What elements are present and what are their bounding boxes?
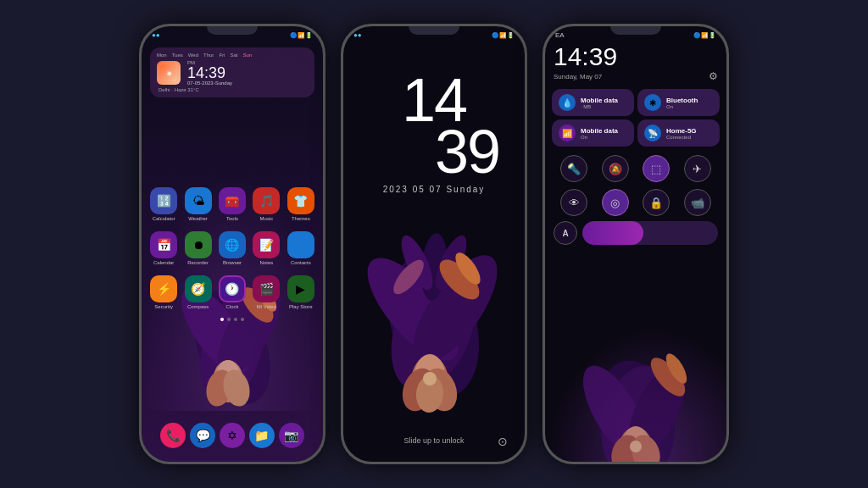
flashlight-btn[interactable]: 🔦	[560, 155, 587, 182]
bluetooth-icon: ✱	[644, 94, 661, 111]
app-label-calculator: Calculator	[153, 216, 175, 221]
app-icon-music: 🎵	[253, 187, 280, 214]
cc-date-row: Sunday, May 07 ⚙	[554, 70, 718, 86]
phone-lock: ●● 🔵📶🔋 14 39 2023 05 07 Sunday	[341, 24, 527, 464]
calendar-widget[interactable]: MonTuesWedThurFriSatSun ☀ PM 14:39	[150, 47, 314, 97]
wifi-icon: 📡	[644, 125, 661, 141]
app-recorder[interactable]: ⏺ Recorder	[184, 231, 211, 265]
app-label-tools: Tools	[226, 216, 238, 221]
app-icon-recorder: ⏺	[185, 231, 212, 258]
dock-files[interactable]: 📁	[249, 423, 275, 448]
cc-time-display: 14:39	[554, 42, 718, 70]
app-clock[interactable]: 🕐 Clock	[219, 275, 246, 309]
app-label-clock: Clock	[225, 304, 238, 309]
app-label-mivideo: Mi Video	[257, 304, 276, 309]
signal-icon: 📶	[559, 125, 576, 141]
app-icon-clock: 🕐	[219, 275, 246, 302]
app-icon-themes: 👕	[287, 187, 314, 214]
app-notes[interactable]: 📝 Notes	[253, 231, 280, 265]
brightness-bar[interactable]	[582, 221, 718, 245]
weather-info: Delhi · Haze 31°C	[157, 87, 308, 92]
app-browser[interactable]: 🌐 Browser	[219, 231, 246, 265]
airplane-btn[interactable]: ✈	[684, 155, 711, 182]
app-calendar[interactable]: 📅 Calendar	[150, 231, 177, 265]
app-label-calendar: Calendar	[153, 260, 174, 265]
cc-time-section: 14:39 Sunday, May 07 ⚙	[545, 41, 726, 86]
cc-tile-signal[interactable]: 📶 Mobile data On	[552, 119, 634, 147]
phone3-floral	[568, 343, 704, 462]
app-calculator[interactable]: 🔢 Calculator	[150, 187, 177, 221]
accessibility-btn[interactable]: ⬚	[643, 155, 670, 182]
cc-tile-wifi[interactable]: 📡 Home-5G Connected	[637, 119, 720, 147]
control-center-screen: EA 🔵📶🔋 14:39 Sunday, May 07 ⚙ 💧 Mobile d…	[545, 26, 726, 462]
app-label-recorder: Recorder	[187, 260, 209, 265]
dock-star[interactable]: ✡	[220, 423, 245, 448]
cc-brightness-section: A	[545, 218, 726, 248]
lock-time: 14 39 2023 05 07 Sunday	[343, 41, 525, 194]
lock-screen: ●● 🔵📶🔋 14 39 2023 05 07 Sunday	[343, 26, 525, 462]
mute-btn[interactable]: 🔕	[602, 155, 629, 182]
app-icon-browser: 🌐	[219, 231, 246, 258]
dot-3	[234, 318, 237, 321]
clock-widget: PM 14:39 07-05-2023-Sunday	[187, 60, 308, 86]
app-icon-calculator: 🔢	[150, 187, 177, 214]
app-label-weather: Weather	[188, 216, 208, 221]
slide-unlock-text[interactable]: Slide up to unlock	[403, 436, 464, 445]
app-mivideo[interactable]: 🎬 Mi Video	[253, 275, 280, 309]
cc-tile-mobile-data[interactable]: 💧 Mobile data · MB	[552, 89, 634, 116]
location-btn[interactable]: ◎	[602, 189, 629, 216]
app-weather[interactable]: 🌤 Weather	[184, 187, 211, 221]
bluetooth-text: Bluetooth On	[666, 97, 698, 109]
phone-control-center: EA 🔵📶🔋 14:39 Sunday, May 07 ⚙ 💧 Mobile d…	[542, 24, 729, 464]
app-icon-mivideo: 🎬	[253, 275, 280, 302]
app-icon-contacts: 👤	[287, 231, 314, 258]
mobile-data-icon: 💧	[559, 94, 576, 111]
phone-home: ●● 🔵📶🔋 MonTuesWedThurFriSatSun ☀	[139, 24, 326, 464]
dot-4	[241, 318, 244, 321]
app-tools[interactable]: 🧰 Tools	[219, 187, 246, 221]
app-label-themes: Themes	[292, 216, 310, 221]
dock-camera[interactable]: 📷	[279, 423, 304, 448]
app-music[interactable]: 🎵 Music	[253, 187, 280, 221]
cc-tiles-grid: 💧 Mobile data · MB ✱ Bluetooth On 📶 Mobi…	[545, 86, 726, 150]
svg-point-27	[423, 372, 437, 385]
status-bar-lock: ●● 🔵📶🔋	[343, 26, 525, 41]
app-label-playstore: Play Store	[289, 304, 313, 309]
svg-text:☀: ☀	[166, 70, 172, 78]
page-indicators	[142, 318, 323, 321]
app-label-notes: Notes	[260, 260, 274, 265]
settings-icon[interactable]: ⚙	[709, 70, 718, 82]
signal-text: Mobile data On	[581, 127, 618, 140]
camera-icon-lock[interactable]: ⊙	[498, 435, 508, 448]
cc-quick-row1: 🔦 🔕 ⬚ ✈	[545, 150, 726, 187]
bottom-dock: 📞 💬 ✡ 📁 📷	[142, 418, 323, 453]
app-themes[interactable]: 👕 Themes	[287, 187, 314, 221]
app-contacts[interactable]: 👤 Contacts	[287, 231, 314, 265]
camera-btn-cc[interactable]: 👁	[560, 189, 587, 216]
status-right-cc: 🔵📶🔋	[693, 32, 716, 39]
app-icon-weather: 🌤	[185, 187, 212, 214]
app-compass[interactable]: 🧭 Compass	[184, 275, 211, 309]
dock-phone[interactable]: 📞	[160, 423, 186, 448]
dock-messages[interactable]: 💬	[190, 423, 215, 448]
date-string: 07-05-2023-Sunday	[187, 80, 308, 86]
cc-tile-bluetooth[interactable]: ✱ Bluetooth On	[637, 89, 720, 116]
brightness-fill	[582, 221, 643, 245]
calendar-days: MonTuesWedThurFriSatSun	[157, 53, 308, 58]
app-icon-playstore: ▶	[287, 275, 314, 302]
cc-user-label: EA	[555, 31, 565, 39]
time-display: 14:39	[187, 65, 308, 80]
app-security[interactable]: ⚡ Security	[150, 275, 177, 309]
app-label-contacts: Contacts	[291, 260, 311, 265]
status-bar-cc: EA 🔵📶🔋	[545, 26, 726, 41]
app-grid-row3: ⚡ Security 🧭 Compass 🕐 Clock 🎬 Mi Video …	[142, 270, 323, 314]
app-icon-calendar: 📅	[150, 231, 177, 258]
status-left: ●●	[152, 31, 160, 39]
status-left-lock: ●●	[353, 31, 362, 39]
video-btn[interactable]: 📹	[684, 189, 711, 216]
lock-btn[interactable]: 🔒	[643, 189, 670, 216]
status-bar-home: ●● 🔵📶🔋	[142, 26, 323, 41]
app-playstore[interactable]: ▶ Play Store	[287, 275, 314, 309]
brightness-a-btn[interactable]: A	[554, 221, 577, 245]
app-icon-compass: 🧭	[185, 275, 212, 302]
